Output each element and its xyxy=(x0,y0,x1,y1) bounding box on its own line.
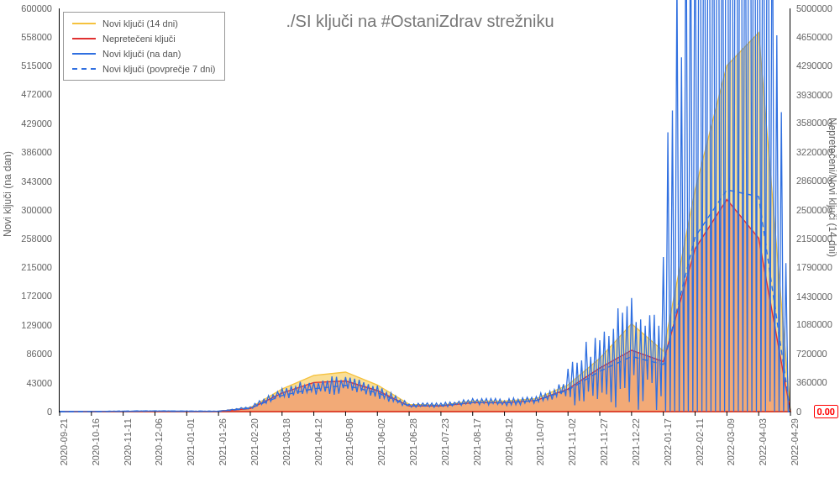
y-left-tick-label: 43000 xyxy=(0,378,55,388)
legend-swatch-icon xyxy=(72,23,96,24)
y-left-tick-label: 386000 xyxy=(0,147,55,157)
legend-swatch-icon xyxy=(72,38,96,39)
y-right-tick-label: 1430000 xyxy=(793,291,840,302)
y-right-tick-label: 360000 xyxy=(793,377,840,387)
x-tick-label: 2021-11-27 xyxy=(599,418,609,465)
legend-swatch-icon xyxy=(72,68,96,70)
y-right-tick-label: 2860000 xyxy=(793,176,840,186)
y-left-tick-label: 472000 xyxy=(0,89,55,99)
x-tick-label: 2020-10-16 xyxy=(91,418,101,465)
legend-item: Novi ključi (14 dni) xyxy=(64,16,224,31)
y-right-tick-label: 3220000 xyxy=(793,147,840,157)
x-tick-label: 2021-07-23 xyxy=(440,418,450,465)
legend-label: Novi ključi (na dan) xyxy=(102,49,181,59)
y-left-tick-label: 515000 xyxy=(0,60,55,71)
y-left-tick-label: 258000 xyxy=(0,234,55,244)
x-tick-label: 2022-03-09 xyxy=(726,418,736,465)
x-tick-label: 2021-12-22 xyxy=(631,418,641,465)
y-right-tick-label: 2150000 xyxy=(793,234,840,244)
y-left-axis: 0430008600012900017200021500025800030000… xyxy=(0,8,55,412)
y-left-tick-label: 600000 xyxy=(0,3,55,13)
x-tick-label: 2021-03-18 xyxy=(281,418,291,465)
legend-label: Nepretečeni ključi xyxy=(102,34,176,44)
x-tick-label: 2021-10-07 xyxy=(535,418,545,465)
y-right-tick-label: 4290000 xyxy=(793,60,840,71)
legend-item: Novi ključi (povprečje 7 dni) xyxy=(64,61,224,76)
x-tick-label: 2021-02-20 xyxy=(249,418,260,465)
y-left-tick-label: 343000 xyxy=(0,176,55,186)
x-tick-label: 2021-11-02 xyxy=(567,418,577,465)
x-tick-label: 2020-12-06 xyxy=(154,418,164,465)
legend-item: Nepretečeni ključi xyxy=(64,31,224,46)
y-left-tick-label: 172000 xyxy=(0,291,55,301)
x-tick-label: 2021-08-17 xyxy=(472,418,482,465)
legend-label: Novi ključi (14 dni) xyxy=(102,18,178,29)
x-tick-label: 2021-04-12 xyxy=(313,418,323,465)
y-left-tick-label: 86000 xyxy=(0,349,55,359)
legend-label: Novi ključi (povprečje 7 dni) xyxy=(102,64,216,74)
y-left-tick-label: 429000 xyxy=(0,118,55,129)
y-right-tick-label: 3930000 xyxy=(793,90,840,100)
y-right-tick-label: 3580000 xyxy=(793,118,840,128)
y-right-axis: 0360000720000108000014300001790000215000… xyxy=(793,8,840,412)
x-tick-label: 2020-11-11 xyxy=(123,418,133,465)
value-badge: 0.00 xyxy=(814,405,838,418)
y-left-tick-label: 215000 xyxy=(0,262,55,272)
y-right-tick-label: 2500000 xyxy=(793,205,840,215)
legend-item: Novi ključi (na dan) xyxy=(64,46,224,61)
y-left-tick-label: 129000 xyxy=(0,320,55,330)
x-tick-label: 2021-06-02 xyxy=(376,418,386,465)
y-right-tick-label: 720000 xyxy=(793,349,840,359)
x-tick-label: 2022-04-03 xyxy=(758,418,768,465)
y-left-tick-label: 300000 xyxy=(0,205,55,215)
x-tick-label: 2021-05-08 xyxy=(344,418,354,465)
legend-swatch-icon xyxy=(72,53,96,55)
x-tick-label: 2021-09-12 xyxy=(504,418,514,465)
y-left-tick-label: 558000 xyxy=(0,32,55,42)
y-left-tick-label: 0 xyxy=(0,407,55,417)
x-tick-label: 2021-06-28 xyxy=(408,418,418,465)
chart-container: ./SI ključi na #OstaniZdrav strežniku No… xyxy=(0,0,840,504)
x-tick-label: 2021-01-01 xyxy=(186,418,196,465)
x-tick-label: 2022-01-17 xyxy=(663,418,673,465)
y-right-tick-label: 1080000 xyxy=(793,319,840,329)
x-axis: 2020-09-212020-10-162020-11-112020-12-06… xyxy=(59,412,790,504)
x-tick-label: 2022-02-11 xyxy=(695,418,705,465)
x-tick-label: 2022-04-29 xyxy=(790,418,800,465)
x-tick-label: 2020-09-21 xyxy=(59,418,69,465)
legend: Novi ključi (14 dni) Nepretečeni ključi … xyxy=(63,12,225,81)
x-tick-label: 2021-01-26 xyxy=(218,418,228,465)
y-right-tick-label: 4650000 xyxy=(793,32,840,42)
y-right-tick-label: 5000000 xyxy=(793,3,840,13)
y-right-tick-label: 1790000 xyxy=(793,262,840,272)
